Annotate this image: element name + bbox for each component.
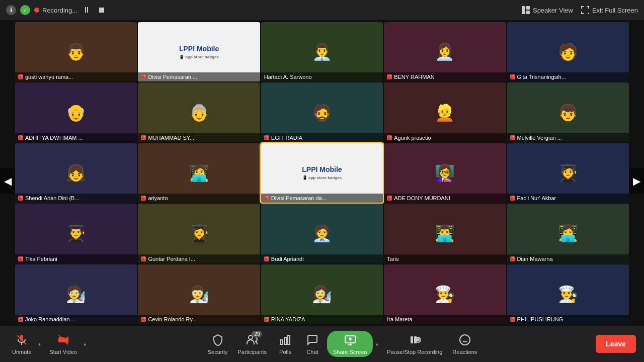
video-group: Start Video ▲ [46,330,89,358]
video-tile-15[interactable]: 🧑‍🎓 🎤 Fad'i Nur' Akbar [507,143,629,203]
tile-label: 🎤 EGI FRADIA [261,133,383,142]
chat-btn[interactable]: Chat [300,330,325,358]
video-tile-12[interactable]: 🧑‍💻 🎤 ariyanto [138,143,260,203]
video-caret-btn[interactable]: ▲ [81,342,89,346]
video-tile-4[interactable]: 👩‍💼 🎤 BENY RAHMAN [384,22,506,81]
tile-label: 🎤 Divisi Pemasaran ... [138,72,260,81]
tools-group: Security 29 Participants [89,330,596,358]
fullscreen-btn[interactable]: Exit Full Screen [581,6,638,14]
svg-rect-0 [522,6,525,14]
video-tile-6[interactable]: 👴 🎤 ADHITYA DWI IMAM ... [15,82,137,142]
participant-name: MUHAMMAD SY... [148,135,194,141]
leave-group: Leave [596,335,636,353]
pause-recording-btn[interactable]: ⏸ [80,5,93,16]
tile-label: 🎤 ADE DONY MURDANI [384,194,506,203]
video-tile-20[interactable]: 👩‍💻 🎤 Dian Mawarna [507,204,629,263]
shield-icon[interactable]: ✓ [20,5,30,15]
video-tile-23[interactable]: 👩‍🔬 🎤 RINA YADIZA [261,264,383,324]
mute-icon: 🎤 [141,317,146,322]
mute-icon: 🎤 [387,196,392,201]
security-btn[interactable]: Security [204,330,232,358]
pause-stop-label: Pause/Stop Recording [387,349,442,355]
reactions-btn[interactable]: Reactions [448,330,481,358]
audio-caret-btn[interactable]: ▲ [36,342,44,346]
tile-label: Taris [384,254,506,263]
share-screen-icon [344,334,356,346]
video-tile-21[interactable]: 🧑‍🔬 🎤 Joko Rahmaddian... [15,264,137,324]
tile-label: 🎤 Tika Pebriani [15,254,137,263]
video-tile-19[interactable]: 👨‍💻 Taris [384,204,506,263]
video-tile-16[interactable]: 👨‍🎓 🎤 Tika Pebriani [15,204,137,263]
pause-stop-recording-btn[interactable]: Pause/Stop Recording [383,330,446,358]
lppi-sub: 📱 app store badges [179,55,218,59]
participant-name: Melville Vergian ... [517,135,562,141]
chat-icon-wrap [305,333,319,347]
video-tile-9[interactable]: 👱 🎤 Agunk prasetio [384,82,506,142]
polls-btn[interactable]: Polls [273,330,298,358]
video-tile-11[interactable]: 👧 🎤 Shendi Arian Dini (B... [15,143,137,203]
mute-icon: 🎤 [141,135,146,140]
mute-icon: 🎤 [387,135,392,140]
mute-icon [16,334,28,346]
participant-name: EGI FRADIA [271,135,302,141]
lppi-sub: 📱 app store badges [302,175,342,180]
video-tile-17[interactable]: 👩‍🎓 🎤 Guntar Perdana I... [138,204,260,263]
polls-label: Polls [279,349,291,355]
video-tile-1[interactable]: 👨 🎤 gusti wahyu rama... [15,22,137,81]
recording-dot [34,8,39,13]
nav-prev-btn[interactable]: ◀ [0,168,15,194]
participants-btn[interactable]: 29 Participants [234,330,271,358]
video-tile-5[interactable]: 🧑 🎤 Gita Trisnaningsih... [507,22,629,81]
speaker-view-label: Speaker View [533,7,573,14]
mute-icon: 🎤 [141,196,146,201]
tile-label: 🎤 Melville Vergian ... [507,133,629,142]
svg-rect-2 [526,11,530,14]
tile-label: 🎤 PHILIPUSLIRUNG [507,315,629,324]
mute-icon: 🎤 [18,135,23,140]
fullscreen-label: Exit Full Screen [592,7,638,14]
video-tile-13[interactable]: LPPI Mobile 📱 app store badges 🎤 Divisi … [261,143,383,203]
video-tile-8[interactable]: 🧔 🎤 EGI FRADIA [261,82,383,142]
share-screen-caret-btn[interactable]: ▲ [373,342,381,346]
participant-name: ariyanto [148,195,168,201]
video-tile-18[interactable]: 🧑‍💼 🎤 Budi Apriandi [261,204,383,263]
video-tile-10[interactable]: 👦 🎤 Melville Vergian ... [507,82,629,142]
video-tile-3[interactable]: 👨‍💼 Hartadi A. Sarwono [261,22,383,81]
participant-name: Joko Rahmaddian... [25,316,74,322]
video-tile-7[interactable]: 👵 🎤 MUHAMMAD SY... [138,82,260,142]
leave-btn[interactable]: Leave [596,335,636,353]
mute-icon: 🎤 [510,317,515,322]
share-caret: ▲ [375,342,379,346]
audio-caret: ▲ [38,342,42,346]
nav-next-btn[interactable]: ▶ [629,168,644,194]
polls-icon [279,334,291,346]
tile-label: 🎤 RINA YADIZA [261,315,383,324]
chat-icon [306,334,318,346]
security-icon [212,334,224,346]
video-tile-22[interactable]: 👨‍🔬 🎤 Cevin Rolando Ry... [138,264,260,324]
svg-point-18 [460,335,470,345]
stop-recording-btn[interactable]: ⏹ [96,5,108,16]
video-tile-25[interactable]: 👨‍🍳 🎤 PHILIPUSLIRUNG [507,264,629,324]
speaker-view-icon [522,6,530,14]
info-icon[interactable]: ℹ [6,5,16,15]
speaker-view-btn[interactable]: Speaker View [522,6,573,14]
tile-label: Ira Mareta [384,315,506,324]
video-tile-14[interactable]: 👩‍🏫 🎤 ADE DONY MURDANI [384,143,506,203]
unmute-icon-wrap [15,333,29,347]
unmute-btn[interactable]: Unmute [8,330,36,358]
tile-label: Hartadi A. Sarwono [261,72,383,81]
fullscreen-icon [581,6,589,14]
unmute-label: Unmute [12,349,32,355]
security-label: Security [208,349,228,355]
video-tile-2[interactable]: LPPI Mobile 📱 app store badges 🎤 Divisi … [138,22,260,81]
participant-name: Gita Trisnaningsih... [517,74,566,80]
video-tile-24[interactable]: 🧑‍🍳 Ira Mareta [384,264,506,324]
participant-name: Tika Pebriani [25,256,57,262]
mute-icon: 🎤 [264,256,269,261]
svg-rect-14 [411,336,413,343]
share-screen-btn[interactable]: Share Screen [327,331,373,357]
mute-icon: 🎤 [141,74,146,79]
share-screen-label: Share Screen [333,349,367,355]
start-video-btn[interactable]: Start Video [46,330,81,358]
